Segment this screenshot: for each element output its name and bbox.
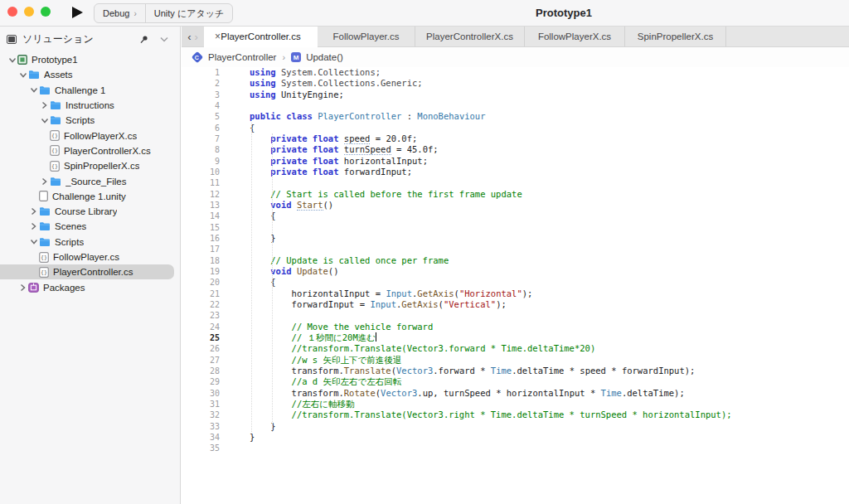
code-line-30[interactable]: 30 transform.Rotate(Vector3.up, turnSpee… <box>182 388 849 399</box>
chevron-down-icon[interactable] <box>28 87 39 93</box>
line-number: 21 <box>182 288 220 299</box>
tree-item-PlayerController.cs[interactable]: {}PlayerController.cs <box>0 264 174 279</box>
window-zoom-button[interactable] <box>41 7 51 17</box>
code-line-34[interactable]: 34} <box>182 432 849 443</box>
breadcrumb-method[interactable]: Update() <box>306 52 343 62</box>
tab-PlayerController.cs[interactable]: ×PlayerController.cs <box>204 27 318 47</box>
chevron-down-icon[interactable] <box>7 57 17 63</box>
chevron-right-icon[interactable] <box>17 284 28 292</box>
code-line-1[interactable]: 1using System.Collections; <box>182 67 849 78</box>
code-line-24[interactable]: 24 // Move the vehicle forward <box>182 322 849 332</box>
line-number: 29 <box>182 376 220 387</box>
run-icon[interactable] <box>72 7 83 18</box>
chevron-right-icon[interactable] <box>39 177 50 186</box>
code-line-6[interactable]: 6{ <box>182 123 849 133</box>
chevron-down-icon[interactable] <box>17 72 28 78</box>
navigate-back-icon[interactable]: ‹ <box>187 32 191 42</box>
line-number: 32 <box>182 410 220 420</box>
code-line-18[interactable]: 18 // Update is called once per frame <box>182 255 849 266</box>
line-number: 31 <box>182 399 220 410</box>
code-line-15[interactable]: 15 <box>182 222 849 233</box>
tree-item-FollowPlayer.cs[interactable]: {}FollowPlayer.cs <box>0 250 179 264</box>
tab-FollowPlayerX.cs[interactable]: FollowPlayerX.cs <box>525 27 625 46</box>
svg-text:{}: {} <box>51 148 58 154</box>
code-line-7[interactable]: 7 private float speed = 20.0f; <box>182 133 849 144</box>
line-number: 19 <box>182 266 220 277</box>
code-line-25[interactable]: 25 // １秒間に20M進む <box>182 332 849 343</box>
code-line-22[interactable]: 22 forwardInput = Input.GetAxis("Vertica… <box>182 299 849 310</box>
tree-item-Scripts[interactable]: Scripts <box>0 235 179 250</box>
chevron-right-icon[interactable] <box>28 222 39 230</box>
code-line-text: using System.Collections.Generic; <box>250 78 423 89</box>
window-close-button[interactable] <box>7 7 17 17</box>
breadcrumb-class[interactable]: PlayerController <box>208 52 276 62</box>
code-line-27[interactable]: 27 //w s 矢印上下で前進後退 <box>182 355 849 366</box>
code-line-20[interactable]: 20 { <box>182 277 849 288</box>
tree-item-Scenes[interactable]: Scenes <box>0 219 179 234</box>
tab-FollowPlayer.cs[interactable]: FollowPlayer.cs <box>318 27 415 46</box>
navigate-forward-icon[interactable]: › <box>195 32 198 42</box>
tree-item-Assets[interactable]: Assets <box>0 67 179 82</box>
debug-config-dropdown[interactable]: Debug › <box>95 4 145 22</box>
tree-item-_Source_Files[interactable]: _Source_Files <box>0 173 179 188</box>
code-line-13[interactable]: 13 void Start() <box>182 200 849 211</box>
chevron-down-icon[interactable] <box>39 118 50 124</box>
code-line-2[interactable]: 2using System.Collections.Generic; <box>182 78 849 89</box>
tree-item-label: SpinPropellerX.cs <box>64 161 139 171</box>
code-line-21[interactable]: 21 horizontalInput = Input.GetAxis("Hori… <box>182 288 849 299</box>
tree-item-label: Scripts <box>55 237 84 247</box>
tree-item-PlayerControllerX.cs[interactable]: {}PlayerControllerX.cs <box>0 143 179 158</box>
tree-item-Course-Library[interactable]: Course Library <box>0 204 179 219</box>
code-line-35[interactable]: 35 <box>182 443 849 453</box>
close-tab-icon[interactable]: × <box>215 27 221 46</box>
chevron-down-icon[interactable] <box>160 36 168 42</box>
code-line-33[interactable]: 33 } <box>182 421 849 432</box>
code-line-31[interactable]: 31 //左右に軸移動 <box>182 399 849 410</box>
code-line-11[interactable]: 11 <box>182 177 849 188</box>
svg-text:{}: {} <box>41 254 47 261</box>
code-line-3[interactable]: 3using UnityEngine; <box>182 90 849 100</box>
code-line-10[interactable]: 10 private float forwardInput; <box>182 167 849 177</box>
line-number: 20 <box>182 277 220 288</box>
tree-item-Challenge-1.unity[interactable]: Challenge 1.unity <box>0 189 179 204</box>
code-line-8[interactable]: 8 private float turnSpeed = 45.0f; <box>182 144 849 155</box>
tree-item-SpinPropellerX.cs[interactable]: {}SpinPropellerX.cs <box>0 158 179 173</box>
tab-SpinPropellerX.cs[interactable]: SpinPropellerX.cs <box>625 27 726 46</box>
code-line-text: void Start() <box>250 200 333 211</box>
code-line-text: transform.Translate(Vector3.forward * Ti… <box>250 366 695 376</box>
code-line-26[interactable]: 26 //transform.Translate(Vector3.forward… <box>182 343 849 354</box>
tree-item-label: Assets <box>44 70 73 80</box>
window-minimize-button[interactable] <box>24 7 34 17</box>
tree-item-Packages[interactable]: Packages <box>0 279 179 294</box>
cs-file-icon: {} <box>50 145 60 156</box>
tree-item-Challenge-1[interactable]: Challenge 1 <box>0 83 179 98</box>
attach-target-dropdown[interactable]: Unity にアタッチ <box>146 4 232 22</box>
packages-icon <box>28 283 39 293</box>
pin-icon[interactable] <box>139 35 148 44</box>
line-number: 30 <box>182 388 220 399</box>
code-line-32[interactable]: 32 //transform.Translate(Vector3.right *… <box>182 410 849 420</box>
code-line-23[interactable]: 23 <box>182 310 849 321</box>
code-line-5[interactable]: 5public class PlayerController : MonoBeh… <box>182 111 849 122</box>
tree-item-Scripts[interactable]: Scripts <box>0 113 179 128</box>
chevron-down-icon[interactable] <box>28 239 39 245</box>
chevron-right-icon[interactable] <box>39 101 50 109</box>
code-editor[interactable]: 1using System.Collections;2using System.… <box>182 67 849 504</box>
code-line-14[interactable]: 14 { <box>182 211 849 221</box>
code-line-29[interactable]: 29 //a d 矢印左右で左右回転 <box>182 376 849 387</box>
tree-item-Instructions[interactable]: Instructions <box>0 98 179 113</box>
code-line-16[interactable]: 16 } <box>182 233 849 244</box>
tree-item-Prototype1[interactable]: Prototype1 <box>0 52 179 67</box>
code-line-28[interactable]: 28 transform.Translate(Vector3.forward *… <box>182 366 849 376</box>
code-line-12[interactable]: 12 // Start is called before the first f… <box>182 189 849 200</box>
chevron-right-icon[interactable] <box>28 207 39 216</box>
attach-target-label: Unity にアタッチ <box>154 7 224 20</box>
code-line-17[interactable]: 17 <box>182 244 849 254</box>
chevron-right-icon: › <box>133 9 136 18</box>
code-line-9[interactable]: 9 private float horizontalInput; <box>182 156 849 167</box>
code-line-19[interactable]: 19 void Update() <box>182 266 849 277</box>
tree-item-FollowPlayerX.cs[interactable]: {}FollowPlayerX.cs <box>0 128 179 143</box>
code-line-text: public class PlayerController : MonoBeha… <box>250 111 486 122</box>
tab-PlayerControllerX.cs[interactable]: PlayerControllerX.cs <box>415 27 525 46</box>
code-line-4[interactable]: 4 <box>182 100 849 111</box>
